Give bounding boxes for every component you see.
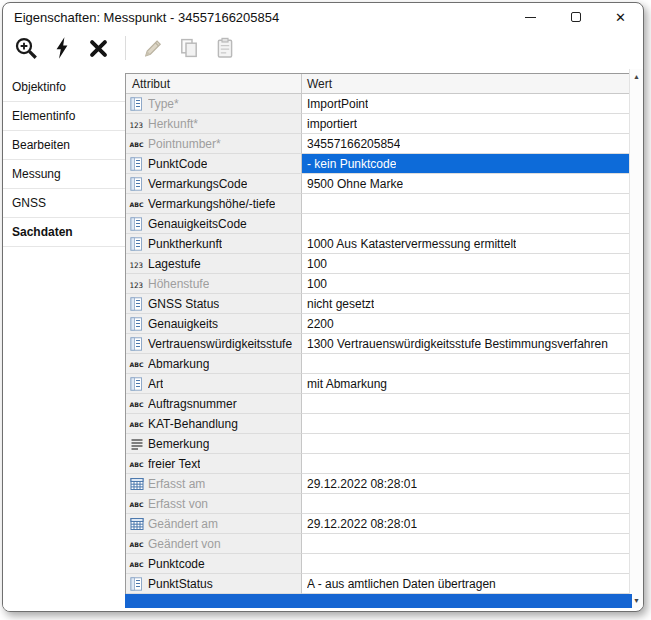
value-cell[interactable]: ImportPoint [302,94,631,114]
sidebar: ObjektinfoElementinfoBearbeitenMessungGN… [3,65,125,611]
table-row[interactable]: VermarkungsCode9500 Ohne Marke [126,174,631,194]
table-row[interactable]: Genauigkeits2200 [126,314,631,334]
svg-text:123: 123 [130,120,144,129]
table-row[interactable]: GenauigkeitsCode [126,214,631,234]
table-row[interactable]: ABCPunktcode [126,554,631,574]
svg-text:ABC: ABC [130,501,145,508]
value-cell[interactable] [302,214,631,234]
attribute-cell[interactable]: 123Höhenstufe [126,274,302,294]
table-row[interactable]: 123Herkunft*importiert [126,114,631,134]
value-cell[interactable]: 29.12.2022 08:28:01 [302,514,631,534]
vertical-scrollbar[interactable]: ▲ ▼ [629,69,643,608]
attribute-cell[interactable]: ABCAuftragsnummer [126,394,302,414]
value-cell[interactable]: A - aus amtlichen Daten übertragen [302,574,631,594]
paste-button[interactable] [210,34,240,62]
table-row[interactable]: Artmit Abmarkung [126,374,631,394]
attribute-cell[interactable]: 123Herkunft* [126,114,302,134]
table-row[interactable]: PunktStatusA - aus amtlichen Daten übert… [126,574,631,594]
value-cell[interactable] [302,354,631,374]
value-cell[interactable]: 1300 Vertrauenswürdigkeitsstufe Bestimmu… [302,334,631,354]
table-row[interactable]: Geändert am29.12.2022 08:28:01 [126,514,631,534]
attribute-cell[interactable]: ABCfreier Text [126,454,302,474]
sidebar-tab-objektinfo[interactable]: Objektinfo [3,73,125,102]
attribute-cell[interactable]: Geändert am [126,514,302,534]
attribute-cell[interactable]: Genauigkeits [126,314,302,334]
number-icon: 123 [129,117,144,131]
value-cell[interactable] [302,454,631,474]
scroll-up-icon[interactable]: ▲ [630,73,643,80]
value-cell[interactable]: 100 [302,254,631,274]
attribute-cell[interactable]: ABCPointnumber* [126,134,302,154]
attribute-cell[interactable]: PunktStatus [126,574,302,594]
value-cell[interactable] [302,534,631,554]
attribute-cell[interactable]: Vertrauenswürdigkeitsstufe [126,334,302,354]
sidebar-tab-elementinfo[interactable]: Elementinfo [3,102,125,131]
table-row[interactable]: PunktCode- kein Punktcode [126,154,631,174]
value-cell[interactable] [302,494,631,514]
attribute-cell[interactable]: Erfasst am [126,474,302,494]
sidebar-tab-bearbeiten[interactable]: Bearbeiten [3,131,125,160]
value-cell[interactable]: 1000 Aus Katastervermessung ermittelt [302,234,631,254]
sidebar-tab-gnss[interactable]: GNSS [3,189,125,218]
value-cell[interactable]: 2200 [302,314,631,334]
value-cell[interactable]: 29.12.2022 08:28:01 [302,474,631,494]
table-row[interactable]: ABCPointnumber*34557166205854 [126,134,631,154]
table-row[interactable]: Vertrauenswürdigkeitsstufe1300 Vertrauen… [126,334,631,354]
maximize-button[interactable] [553,3,598,31]
table-row[interactable]: ABCfreier Text [126,454,631,474]
number-icon: 123 [129,257,144,271]
attribute-cell[interactable]: ABCGeändert von [126,534,302,554]
delete-button[interactable] [83,34,113,62]
sidebar-tab-messung[interactable]: Messung [3,160,125,189]
table-row[interactable]: Type*ImportPoint [126,94,631,114]
attribute-cell[interactable]: 123Lagestufe [126,254,302,274]
attribute-cell[interactable]: Type* [126,94,302,114]
edit-button[interactable] [138,34,168,62]
attribute-cell[interactable]: GenauigkeitsCode [126,214,302,234]
horizontal-scrollbar[interactable] [125,594,632,608]
value-cell[interactable]: importiert [302,114,631,134]
value-cell[interactable]: nicht gesetzt [302,294,631,314]
attribute-cell[interactable]: GNSS Status [126,294,302,314]
value-cell[interactable]: - kein Punktcode [302,154,631,174]
value-cell[interactable] [302,554,631,574]
value-cell[interactable]: mit Abmarkung [302,374,631,394]
attribute-cell[interactable]: PunktCode [126,154,302,174]
table-row[interactable]: ABCAuftragsnummer [126,394,631,414]
value-cell[interactable] [302,434,631,454]
table-row[interactable]: ABCGeändert von [126,534,631,554]
attribute-cell[interactable]: ABCPunktcode [126,554,302,574]
minimize-button[interactable] [508,3,553,31]
value-cell[interactable]: 9500 Ohne Marke [302,174,631,194]
table-row[interactable]: Erfasst am29.12.2022 08:28:01 [126,474,631,494]
lightning-button[interactable] [47,34,77,62]
close-button[interactable]: ✕ [598,3,643,31]
attribute-cell[interactable]: Punktherkunft [126,234,302,254]
attribute-cell[interactable]: ABCVermarkungshöhe/-tiefe [126,194,302,214]
table-row[interactable]: 123Lagestufe100 [126,254,631,274]
attribute-cell[interactable]: ABCErfasst von [126,494,302,514]
value-cell[interactable] [302,394,631,414]
value-cell[interactable] [302,194,631,214]
copy-button[interactable] [174,34,204,62]
table-row[interactable]: GNSS Statusnicht gesetzt [126,294,631,314]
zoom-in-button[interactable] [11,34,41,62]
sidebar-tab-sachdaten[interactable]: Sachdaten [3,218,125,247]
table-row[interactable]: Punktherkunft1000 Aus Katastervermessung… [126,234,631,254]
value-cell[interactable] [302,414,631,434]
attribute-cell[interactable]: ABCKAT-Behandlung [126,414,302,434]
table-row[interactable]: ABCKAT-Behandlung [126,414,631,434]
table-row[interactable]: ABCAbmarkung [126,354,631,374]
attribute-cell[interactable]: ABCAbmarkung [126,354,302,374]
value-cell[interactable]: 100 [302,274,631,294]
table-row[interactable]: Bemerkung [126,434,631,454]
table-row[interactable]: ABCVermarkungshöhe/-tiefe [126,194,631,214]
attribute-cell[interactable]: VermarkungsCode [126,174,302,194]
field-icon [129,177,144,191]
field-icon [129,337,144,351]
value-cell[interactable]: 34557166205854 [302,134,631,154]
table-row[interactable]: ABCErfasst von [126,494,631,514]
table-row[interactable]: 123Höhenstufe100 [126,274,631,294]
attribute-cell[interactable]: Bemerkung [126,434,302,454]
attribute-cell[interactable]: Art [126,374,302,394]
